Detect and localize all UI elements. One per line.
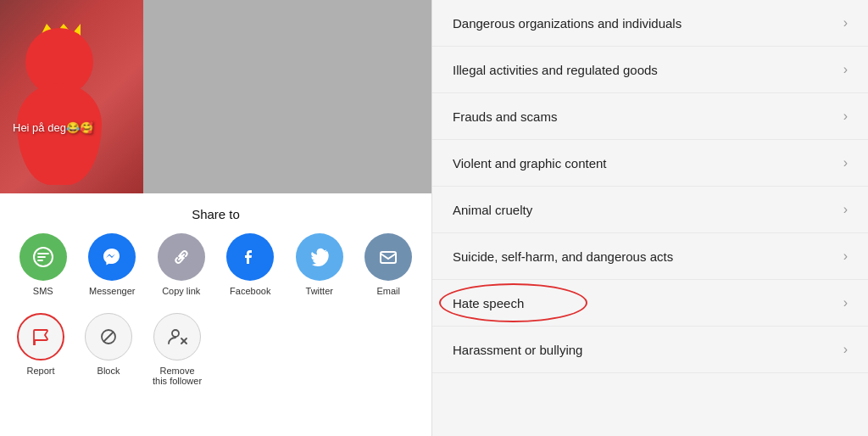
menu-item-suicide-text: Suicide, self-harm, and dangerous acts <box>453 249 673 264</box>
svg-line-3 <box>103 332 114 342</box>
sms-label: SMS <box>33 286 53 296</box>
menu-item-hate-speech[interactable]: Hate speech › <box>432 280 868 327</box>
messenger-label: Messenger <box>89 286 135 296</box>
menu-item-harassment-text: Harassment or bullying <box>453 343 582 357</box>
facebook-icon <box>226 233 274 281</box>
email-label: Email <box>376 286 400 296</box>
svg-point-4 <box>172 330 179 337</box>
share-twitter[interactable]: Twitter <box>296 233 343 296</box>
share-icons-row: SMS Messenger <box>8 233 423 296</box>
email-icon <box>364 233 412 281</box>
share-copylink[interactable]: Copy link <box>158 233 205 296</box>
chevron-suicide-icon: › <box>843 249 848 264</box>
chevron-illegal-icon: › <box>843 62 848 77</box>
menu-item-hate-text: Hate speech <box>453 296 524 310</box>
messenger-icon <box>88 233 136 281</box>
menu-item-suicide-selfharm[interactable]: Suicide, self-harm, and dangerous acts › <box>432 233 868 280</box>
chevron-violent-icon: › <box>843 155 848 170</box>
twitter-label: Twitter <box>306 286 333 296</box>
chevron-hate-icon: › <box>843 295 848 310</box>
menu-item-dangerous-orgs-text: Dangerous organizations and individuals <box>453 16 682 31</box>
menu-item-dangerous-orgs[interactable]: Dangerous organizations and individuals … <box>432 0 868 47</box>
copylink-label: Copy link <box>162 286 200 296</box>
menu-item-animal-cruelty[interactable]: Animal cruelty › <box>432 187 868 233</box>
video-bg-right <box>143 0 431 193</box>
right-panel: Dangerous organizations and individuals … <box>432 0 868 436</box>
report-icon-circle <box>17 313 64 361</box>
report-action[interactable]: Report <box>17 313 64 386</box>
report-menu-list: Dangerous organizations and individuals … <box>432 0 868 373</box>
remove-follower-icon-circle <box>153 313 201 361</box>
action-icons-row: Report Block <box>8 313 423 386</box>
remove-follower-label: Removethis follower <box>153 366 202 386</box>
facebook-label: Facebook <box>230 286 270 296</box>
menu-item-frauds-text: Frauds and scams <box>453 109 557 124</box>
remove-follower-action[interactable]: Removethis follower <box>153 313 202 386</box>
share-section: Share to SMS <box>0 193 431 394</box>
menu-item-violent-graphic[interactable]: Violent and graphic content › <box>432 140 868 187</box>
twitter-icon <box>296 233 343 281</box>
menu-item-illegal-activities[interactable]: Illegal activities and regulated goods › <box>432 47 868 93</box>
video-area: Hei på deg😂🥰 <box>0 0 431 193</box>
share-facebook[interactable]: Facebook <box>226 233 274 296</box>
video-overlay-text: Hei på deg😂🥰 <box>13 121 93 134</box>
chevron-dangerous-orgs-icon: › <box>843 15 848 31</box>
report-label: Report <box>26 366 54 376</box>
block-action[interactable]: Block <box>85 313 132 386</box>
sms-icon <box>19 233 67 281</box>
video-bg-left <box>0 0 144 193</box>
menu-item-harassment[interactable]: Harassment or bullying › <box>432 327 868 373</box>
left-panel: Hei på deg😂🥰 Share to SMS <box>0 0 432 436</box>
share-email[interactable]: Email <box>364 233 412 296</box>
menu-item-illegal-text: Illegal activities and regulated goods <box>453 63 658 77</box>
share-messenger[interactable]: Messenger <box>88 233 136 296</box>
menu-item-violent-text: Violent and graphic content <box>453 156 607 170</box>
copylink-icon <box>158 233 205 281</box>
block-icon-circle <box>85 313 132 361</box>
share-title: Share to <box>8 207 423 221</box>
block-label: Block <box>97 366 120 376</box>
chevron-harassment-icon: › <box>843 342 848 357</box>
share-sms[interactable]: SMS <box>19 233 67 296</box>
toy-body <box>17 83 102 185</box>
svg-rect-1 <box>381 252 396 263</box>
menu-item-animal-text: Animal cruelty <box>453 203 532 217</box>
chevron-frauds-icon: › <box>843 109 848 124</box>
chevron-animal-icon: › <box>843 202 848 217</box>
menu-item-frauds-scams[interactable]: Frauds and scams › <box>432 93 868 140</box>
